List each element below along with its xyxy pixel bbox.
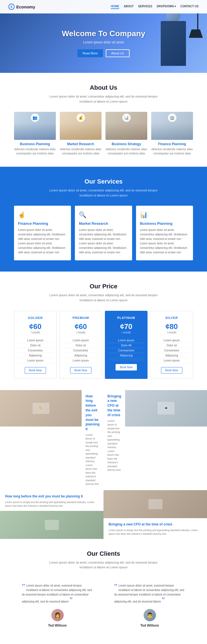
service-card-0: ☝ Finance Planning Lorem ipsum dolor sit… <box>14 206 71 260</box>
logo-text: Economy <box>16 4 35 9</box>
blog-image-2 <box>0 511 104 539</box>
hero-content: Welcome To Company Lorem ipsum dolor sit… <box>62 29 145 57</box>
person-silhouette <box>157 8 190 73</box>
hero-buttons: Read More About Us <box>62 49 145 57</box>
nav-about[interactable]: ABOUT <box>124 5 134 9</box>
nav-services[interactable]: SERVICES <box>138 5 152 9</box>
service-card-title-0: Finance Planning <box>18 221 67 226</box>
price-amount-1: ¢60 <box>63 322 98 331</box>
service-card-1: 🔍 Market Research Lorem ipsum dolor sit … <box>75 206 132 260</box>
blog-image-0: ✏️ <box>0 390 82 427</box>
blog-item-0: ✏️ How long before the exit you must be … <box>0 390 104 490</box>
about-card-2: 📊 Business Strategy delectus recidendis … <box>105 112 147 156</box>
price-feature-0-4: Lorem ipsum <box>18 358 53 363</box>
book-btn-2[interactable]: Book Now <box>116 364 137 370</box>
testimonial-quote-1: " Lorem ipsum dolor sit amet, euismod te… <box>110 581 189 606</box>
price-feature-3-4: Lorem ipsum <box>154 358 189 363</box>
hero-subtitle: Lorem ipsum dolor sit amet <box>62 40 145 44</box>
price-feature-0-3: Adipiscing <box>18 353 53 358</box>
avatar-1: 👨 <box>144 609 156 621</box>
price-feature-1-4: Lorem ipsum <box>63 358 98 363</box>
author-name-1: Ted Willson <box>110 623 189 628</box>
price-name-0: GOLDEN <box>18 316 53 319</box>
price-card-platinum: PLATINUM ¢70 / month Lorem ipsum Dolor A… <box>105 311 148 379</box>
services-title: Our Services <box>14 178 193 185</box>
testimonial-author-1: 👨 Ted Willson <box>110 609 189 628</box>
services-subtitle: Lorem ipsum dolor sit amet, consectetur … <box>45 188 162 198</box>
price-card-premium: PREMIUM ¢60 / month Lorem ipsum Dolor si… <box>59 311 102 379</box>
price-amount-0: ¢60 <box>18 322 53 331</box>
book-btn-1[interactable]: Book Now <box>70 367 91 374</box>
about-us-button[interactable]: About Us <box>106 49 130 57</box>
blog-item-3: Bringing a new CFO at the time of crisis… <box>104 490 207 539</box>
blog-title-3: Bringing a new CFO at the time of crisis <box>109 522 202 527</box>
nav-home[interactable]: HOME <box>111 5 119 9</box>
about-card-title-3: Finance Planning <box>151 142 193 146</box>
services-section: Our Services Lorem ipsum dolor sit amet,… <box>0 167 207 272</box>
nav-dropdown[interactable]: DROPDOWN ▾ <box>157 5 176 9</box>
blog-section: ✏️ How long before the exit you must be … <box>0 390 207 539</box>
quote-close-0: " <box>70 596 73 604</box>
author-name-0: Ted Willson <box>18 623 97 628</box>
read-more-button[interactable]: Read More <box>77 49 103 57</box>
blog-image-3 <box>104 490 207 518</box>
service-icon-1: 🔍 <box>79 211 128 219</box>
about-img-2: 📊 <box>105 112 147 140</box>
price-feature-3-0: Lorem ipsum <box>154 338 189 343</box>
testimonials-grid: " Lorem ipsum dolor sit amet, euismod te… <box>14 578 193 631</box>
about-card-title-0: Business Planning <box>14 142 56 146</box>
price-period-2: / month <box>109 331 144 334</box>
clients-title: Our Clients <box>14 550 193 557</box>
service-card-title-1: Market Research <box>79 221 128 226</box>
nav-contact[interactable]: CONTACT US <box>180 5 199 9</box>
price-feature-3-2: Consectetur <box>154 348 189 353</box>
price-amount-3: ¢80 <box>154 322 189 331</box>
about-card-title-2: Business Strategy <box>105 142 147 146</box>
price-cards: GOLDEN ¢60 / month Lorem ipsum Dolor sit… <box>14 311 193 379</box>
blog-desc-2: Lorem ipsum is simply text the printing … <box>5 501 98 508</box>
blog-content-2: How long before the exit you must be pla… <box>0 490 104 511</box>
price-period-1: / month <box>63 331 98 334</box>
about-icon-1: 💰 <box>77 113 85 122</box>
blog-desc-3: Lorem ipsum is simply text the printing … <box>109 529 202 536</box>
price-features-1: Lorem ipsum Dolor sit Consectetur Adipis… <box>63 338 98 363</box>
price-feature-0-2: Consectetur <box>18 348 53 353</box>
price-features-2: Lorem ipsum Dolor All Comesection Adipis… <box>109 338 144 360</box>
testimonial-text-0: Lorem ipsum dolor sit amet, euismod temp… <box>22 584 92 603</box>
about-img-3: 🏢 <box>151 112 193 140</box>
about-card-desc-0: delectus recidendis malores alias conseq… <box>14 147 56 156</box>
price-feature-1-3: Adipiscing <box>63 353 98 358</box>
price-feature-0-0: Lorem ipsum <box>18 338 53 343</box>
quote-open-0: " <box>22 583 25 590</box>
book-btn-0[interactable]: Book Now <box>25 367 46 374</box>
price-feature-2-3: Adipiscing <box>109 353 144 358</box>
price-feature-2-1: Dolor All <box>109 343 144 348</box>
about-cards: 👥 Business Planning delectus recidendis … <box>14 112 193 156</box>
price-card-silver: SILVER ¢80 / month Lorem ipsum Dolor sit… <box>150 311 193 379</box>
testimonial-author-0: 👩 Ted Willson <box>18 609 97 628</box>
price-amount-2: ¢70 <box>109 322 144 331</box>
clients-subtitle: Lorem ipsum dolor sit amet, consectetur … <box>45 560 162 570</box>
price-card-golden: GOLDEN ¢60 / month Lorem ipsum Dolor sit… <box>14 311 57 379</box>
about-card-0: 👥 Business Planning delectus recidendis … <box>14 112 56 156</box>
nav-logo[interactable]: E Economy <box>8 4 35 10</box>
price-feature-1-2: Consectetur <box>63 348 98 353</box>
about-section: About Us Lorem ipsum dolor sit amet, con… <box>0 73 207 167</box>
price-period-0: / month <box>18 331 53 334</box>
blog-content-1: Bringing a new CFO at the time of crisis… <box>104 390 125 490</box>
service-card-desc-2: Lorem ipsum dolor sit amet, consectetur … <box>140 228 189 255</box>
testimonial-0: " Lorem ipsum dolor sit amet, euismod te… <box>14 578 101 631</box>
about-subtitle: Lorem ipsum dolor sit amet, consectetur … <box>45 94 162 104</box>
testimonial-text-1: Lorem ipsum dolor sit amet, euismod temp… <box>114 584 184 603</box>
price-name-2: PLATINUM <box>109 316 144 319</box>
pricing-subtitle: Lorem ipsum dolor sit amet, consectetur … <box>45 293 162 303</box>
book-btn-3[interactable]: Book Now <box>161 367 182 374</box>
blog-title-1: Bringing a new CFO at the time of crisis <box>107 394 121 418</box>
quote-close-1: " <box>162 596 165 604</box>
about-card-title-1: Market Research <box>60 142 102 146</box>
price-feature-2-2: Comesection <box>109 348 144 353</box>
about-card-desc-2: delectus recidendis malores alias conseq… <box>105 147 147 156</box>
blog-desc-0: Lorem ipsum is simply text the printing … <box>86 433 100 486</box>
service-card-desc-1: Lorem ipsum dolor sit amet, consectetur … <box>79 228 128 255</box>
logo-icon: E <box>8 4 15 10</box>
